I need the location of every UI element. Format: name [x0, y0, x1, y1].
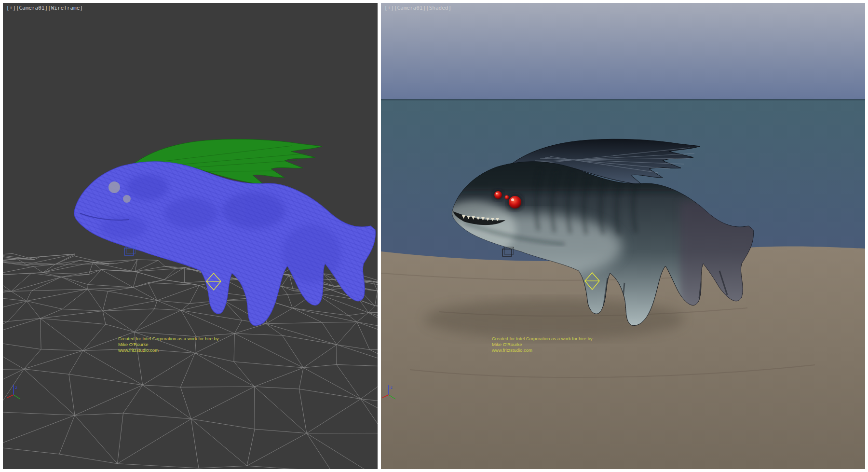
viewport-camera-menu[interactable]: [Camera01]	[16, 5, 48, 11]
credits-text-left: Created for Intel Corporation as a work …	[118, 336, 220, 353]
viewport-menu-icon[interactable]: [+]	[384, 5, 394, 11]
axis-z-label: z	[390, 385, 393, 390]
dual-viewport-stage: z [+][Camera01][Wireframe] Created for I…	[0, 0, 868, 472]
credits-text-right: Created for Intel Corporation as a work …	[492, 336, 594, 353]
fish-eye-placeholder	[108, 181, 120, 193]
fish-eye-large	[509, 196, 521, 208]
viewport-label-left: [+][Camera01][Wireframe]	[6, 5, 83, 11]
viewport-right-shaded[interactable]: z [+][Camera01][Shaded] Created for Inte…	[381, 3, 865, 469]
fish-eye-small	[505, 195, 509, 200]
viewport-label-right: [+][Camera01][Shaded]	[384, 5, 451, 11]
viewport-menu-icon[interactable]: [+]	[6, 5, 16, 11]
axis-tripod: z	[7, 385, 20, 399]
fish-eye-placeholder	[123, 195, 131, 203]
credits-line-3: www.fritzstudio.com	[492, 347, 594, 353]
fish-eye-mid	[494, 191, 502, 199]
credits-line-2: Mike O'Rourke	[118, 342, 220, 347]
viewport-shading-menu[interactable]: [Shaded]	[426, 5, 451, 11]
shaded-scene: z	[381, 3, 865, 469]
credits-line-1: Created for Intel Corporation as a work …	[492, 336, 594, 342]
viewport-left-wireframe[interactable]: z [+][Camera01][Wireframe] Created for I…	[3, 3, 378, 469]
axis-z-label: z	[15, 385, 17, 390]
credits-line-2: Mike O'Rourke	[492, 342, 594, 347]
wireframe-scene: z	[3, 3, 378, 469]
credits-line-1: Created for Intel Corporation as a work …	[118, 336, 220, 342]
viewport-camera-menu[interactable]: [Camera01]	[394, 5, 426, 11]
viewport-shading-menu[interactable]: [Wireframe]	[48, 5, 83, 11]
credits-line-3: www.fritzstudio.com	[118, 347, 220, 353]
fish-wireframe[interactable]	[74, 139, 376, 325]
